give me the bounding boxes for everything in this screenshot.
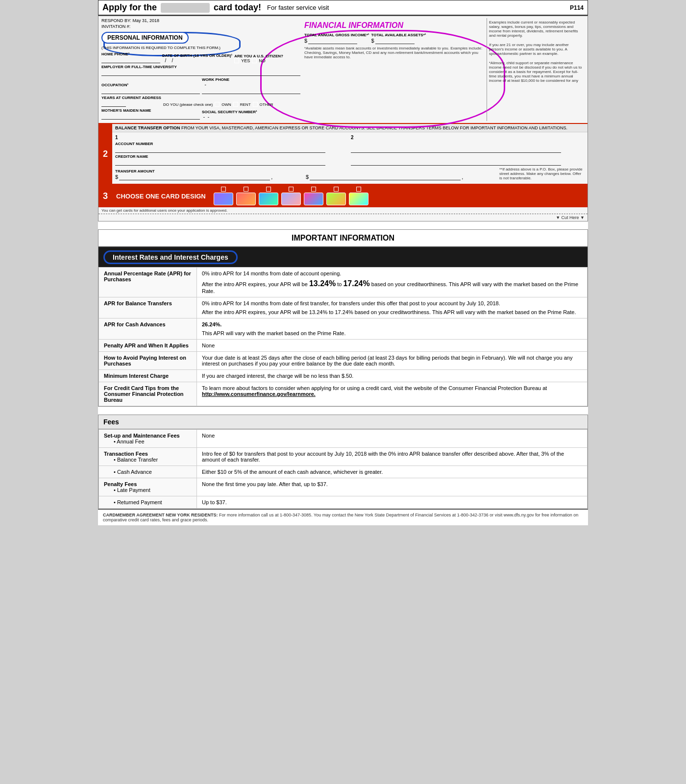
dob-input[interactable]: / / [162,58,232,63]
apr-bt-label: APR for Balance Transfers [99,297,197,318]
penalty-label: Penalty Fees [104,481,192,487]
bt-creditor1: CREDITOR NAME [115,154,349,166]
other-checkbox[interactable] [253,102,258,107]
bt-amount2-input-row: $ , [306,173,494,180]
card2-checkbox[interactable] [244,187,248,192]
section3-number: 3 [98,185,112,207]
bt-acct1-num: 1 [115,135,118,140]
fees-table: Set-up and Maintenance Fees • Annual Fee… [98,429,588,509]
apr-cash-row: APR for Cash Advances 26.24%. This APR w… [99,318,588,340]
employer-field: EMPLOYER OR FULL-TIME UNIVERSITY [101,65,300,76]
card6-checkbox[interactable] [334,187,339,192]
employer-label: EMPLOYER OR FULL-TIME UNIVERSITY [101,65,300,69]
card3-checkbox[interactable] [266,187,271,192]
cc-tips-link[interactable]: http://www.consumerfinance.gov/learnmore… [202,391,582,397]
card1-checkbox[interactable] [221,187,226,192]
bt-amount-label: TRANSFER AMOUNT [115,169,304,173]
bt-acct-num1-input[interactable] [115,146,325,153]
bt-acct2-num: 2 [351,135,354,140]
min-interest-value: If you are charged interest, the charge … [197,370,588,382]
balance-transfer-header: BALANCE TRANSFER OPTION FROM YOUR VISA, … [112,124,588,132]
returned-payment-sublabel: • Returned Payment [104,499,192,505]
bt-acct-num2-input[interactable] [351,146,561,153]
form-left-top: RESPOND BY: May 31, 2018 INVITATION #: P… [101,18,300,121]
gross-income-input[interactable] [308,37,357,44]
dollar1: $ [115,174,118,180]
setup-label: Set-up and Maintenance Fees [104,433,192,439]
home-phone-input[interactable] [101,56,160,63]
card-option-2[interactable] [236,187,256,205]
apr-cash-value: 26.24%. This APR will vary with the mark… [197,318,588,340]
right-note-3: *Alimony, child support or separate main… [489,61,583,83]
apr-table: Annual Percentage Rate (APR) for Purchas… [98,267,588,406]
card-option-7[interactable] [349,187,368,205]
employer-input[interactable] [101,69,300,76]
bt-amount2: $ , [306,169,494,180]
card-thumb-4 [281,193,301,205]
card-option-6[interactable] [326,187,346,205]
bt-acct-num1: ACCOUNT NUMBER [115,142,349,153]
work-phone-input[interactable] [202,87,300,94]
maiden-input[interactable] [101,113,200,120]
form-right-notes: Examples include current or reasonably e… [487,18,585,121]
returned-payment-value: Up to $37. [197,496,588,509]
rates-header-oval: Interest Rates and Interest Charges [103,250,238,264]
bt-amount-row: TRANSFER AMOUNT $ , $ [115,167,585,180]
balance-transfer-fee-row: Transaction Fees • Balance Transfer Intr… [99,448,588,466]
maiden-ssn-row: MOTHER'S MAIDEN NAME SOCIAL SECURITY NUM… [101,108,300,120]
maiden-field: MOTHER'S MAIDEN NAME [101,108,200,120]
fees-header: Fees [98,415,588,429]
section2-content: BALANCE TRANSFER OPTION FROM YOUR VISA, … [112,124,588,184]
cardmember-bold: CARDMEMBER AGREEMENT NEW YORK RESIDENTS: [103,513,218,517]
section3-container: 3 CHOOSE ONE CARD DESIGN [98,184,588,207]
bt-creditor1-input[interactable] [115,159,325,166]
penalty-fees-label: Penalty Fees • Late Payment [99,478,197,496]
currency-symbol-2: $ [371,38,374,44]
card5-checkbox[interactable] [311,187,316,192]
apr-bt-value: 0% intro APR for 14 months from date of … [197,297,588,318]
us-citizen-field: ARE YOU A U.S. CITIZEN? YES NO [234,54,283,63]
home-phone-field: HOME PHONE¹ [101,52,160,63]
app-header: Apply for the card today! For faster ser… [98,0,588,16]
assets-note: *Available assets mean bank accounts or … [304,46,487,59]
right-note-2: If you are 21 or over, you may include a… [489,43,583,56]
card-thumb-5 [304,193,323,205]
po-box-note: **If address above is a P.O. Box, please… [496,167,585,180]
application-section: Apply for the card today! For faster ser… [98,0,588,221]
bt-amount2-input[interactable] [310,173,461,180]
yes-checkbox[interactable] [234,58,239,63]
card-today: card today! [214,2,261,13]
cc-tips-label: For Credit Card Tips from the Consumer F… [99,382,197,406]
years-input[interactable] [101,100,126,107]
card-design-content: CHOOSE ONE CARD DESIGN [112,185,588,207]
card-option-1[interactable] [214,187,233,205]
no-label: NO [259,58,266,63]
rent-label: RENT [240,102,251,107]
cc-tips-row: For Credit Card Tips from the Consumer F… [99,382,588,406]
apr-purchases-label: Annual Percentage Rate (APR) for Purchas… [99,268,197,297]
avoid-interest-value: Your due date is at least 25 days after … [197,352,588,370]
bt-creditor2-input[interactable] [351,159,561,166]
bt-account2: 2 [351,134,585,140]
gross-income-row: TOTAL ANNUAL GROSS INCOME*¹ $ TOTAL AVAI… [304,33,487,44]
apr-cash-line1: 26.24%. [202,321,582,327]
form-top-row: RESPOND BY: May 31, 2018 INVITATION #: P… [98,16,588,123]
occupation-input[interactable] [101,87,200,94]
page-container: Apply for the card today! For faster ser… [98,0,588,525]
card-option-3[interactable] [259,187,278,205]
work-phone-label: WORK PHONE [202,77,300,82]
assets-input[interactable] [375,37,415,44]
own-checkbox[interactable] [215,102,220,107]
bt-amount1: TRANSFER AMOUNT $ , [115,169,304,180]
card-option-5[interactable] [304,187,323,205]
bt-amount1-input[interactable] [119,173,270,180]
card7-checkbox[interactable] [356,187,361,192]
rent-checkbox[interactable] [233,102,238,107]
dollar2: $ [306,174,309,180]
card4-checkbox[interactable] [289,187,294,192]
gross-income-label: TOTAL ANNUAL GROSS INCOME*¹ [304,33,369,37]
faster-service: For faster service visit [267,4,329,11]
no-checkbox[interactable] [252,58,257,63]
card-option-4[interactable] [281,187,301,205]
penalty-apr-value: None [197,340,588,352]
